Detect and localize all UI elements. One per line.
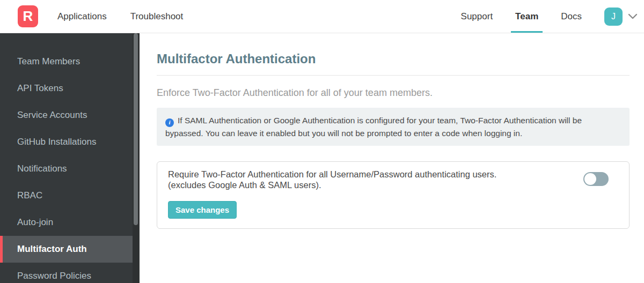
- sidebar-scrollbar-track[interactable]: [133, 33, 140, 283]
- main-content: Multifactor Authentication Enforce Two-F…: [140, 33, 644, 229]
- info-icon: i: [165, 118, 174, 127]
- page-subtitle: Enforce Two-Factor Authentication for al…: [157, 87, 630, 99]
- nav-troubleshoot[interactable]: Troubleshoot: [130, 0, 184, 33]
- setting-label: Require Two-Factor Authentication for al…: [168, 169, 496, 190]
- sidebar-item-notifications[interactable]: Notifications: [0, 155, 140, 182]
- sidebar-item-api-tokens[interactable]: API Tokens: [0, 75, 140, 102]
- sidebar-item-multifactor-auth[interactable]: Multifactor Auth: [0, 236, 140, 263]
- secondary-nav: Support Team Docs J: [461, 0, 638, 33]
- save-changes-button[interactable]: Save changes: [168, 201, 237, 219]
- info-banner-text: If SAML Authentication or Google Authent…: [165, 116, 582, 138]
- setting-label-line2: (excludes Google Auth & SAML users).: [168, 180, 496, 190]
- settings-sidebar: Team Members API Tokens Service Accounts…: [0, 33, 140, 283]
- nav-team[interactable]: Team: [515, 0, 538, 33]
- sidebar-item-rbac[interactable]: RBAC: [0, 182, 140, 209]
- page-title: Multifactor Authentication: [157, 51, 630, 66]
- primary-nav: Applications Troubleshoot: [57, 0, 207, 33]
- sidebar-item-auto-join[interactable]: Auto-join: [0, 209, 140, 236]
- chevron-down-icon[interactable]: [628, 13, 638, 20]
- toggle-knob: [584, 173, 596, 185]
- nav-support[interactable]: Support: [461, 0, 493, 33]
- nav-docs[interactable]: Docs: [561, 0, 582, 33]
- two-factor-setting-card: Require Two-Factor Authentication for al…: [157, 161, 630, 229]
- sidebar-item-team-members[interactable]: Team Members: [0, 48, 140, 75]
- sidebar-item-service-accounts[interactable]: Service Accounts: [0, 102, 140, 129]
- sidebar-item-password-policies[interactable]: Password Policies: [0, 263, 140, 283]
- nav-applications[interactable]: Applications: [57, 0, 107, 33]
- rollbar-logo-icon[interactable]: R: [18, 5, 38, 27]
- sidebar-scrollbar-thumb[interactable]: [134, 33, 138, 225]
- setting-label-line1: Require Two-Factor Authentication for al…: [168, 169, 496, 180]
- avatar[interactable]: J: [604, 8, 623, 26]
- sidebar-item-github-installations[interactable]: GitHub Installations: [0, 129, 140, 155]
- two-factor-toggle[interactable]: [583, 172, 609, 186]
- top-navbar: R Applications Troubleshoot Support Team…: [0, 0, 644, 33]
- info-banner: iIf SAML Authentication or Google Authen…: [157, 108, 630, 146]
- title-divider: [157, 75, 630, 76]
